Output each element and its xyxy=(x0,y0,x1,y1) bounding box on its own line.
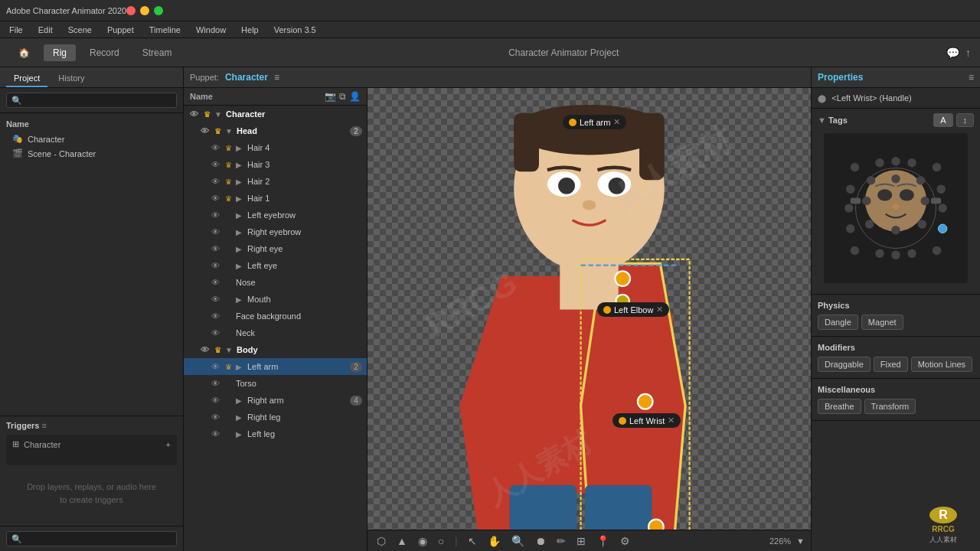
chat-icon[interactable]: 💬 xyxy=(946,47,959,59)
layer-badge: 4 xyxy=(350,396,362,406)
layer-character[interactable]: 👁 ♛ ▼ Character xyxy=(184,106,367,122)
crown-placeholder: ♛ xyxy=(223,228,234,236)
settings-tool[interactable]: ⚙ xyxy=(617,533,633,549)
eye-icon: 👁 xyxy=(210,278,220,287)
layer-name: Body xyxy=(237,345,362,354)
tab-record[interactable]: Record xyxy=(80,44,129,61)
svg-point-44 xyxy=(937,184,946,193)
crown-placeholder: ♛ xyxy=(223,413,234,422)
crown-icon: ♛ xyxy=(223,178,234,186)
left-search-container xyxy=(0,88,183,113)
layer-name: Right arm xyxy=(247,396,348,405)
layer-neck[interactable]: 👁 ♛ Neck xyxy=(184,324,367,341)
mesh-tool[interactable]: ⊞ xyxy=(573,533,589,549)
close-label-icon[interactable]: ✕ xyxy=(656,305,663,315)
magnet-button[interactable]: Magnet xyxy=(861,315,903,330)
close-label-icon[interactable]: ✕ xyxy=(613,117,620,127)
close-label-icon[interactable]: ✕ xyxy=(668,416,675,425)
puppet-menu-icon[interactable]: ≡ xyxy=(274,72,279,83)
breathe-button[interactable]: Breathe xyxy=(818,399,861,414)
titlebar: Adobe Character Animator 2020 xyxy=(0,0,980,21)
circle-tool[interactable]: ○ xyxy=(435,533,447,549)
layer-name: Left eyebrow xyxy=(247,210,362,220)
tab-home[interactable]: 🏠 xyxy=(9,44,39,61)
tree-item-scene[interactable]: 🎬 Scene - Character xyxy=(0,146,183,161)
camera-icon[interactable]: 📷 xyxy=(325,91,336,102)
layer-mouth[interactable]: 👁 ♛ ▶ Mouth xyxy=(184,291,367,308)
menu-help[interactable]: Help xyxy=(238,24,262,36)
layer-left-eye[interactable]: 👁 ♛ ▶ Left eye xyxy=(184,257,367,274)
hand-tool[interactable]: ✋ xyxy=(485,533,504,549)
move-tool[interactable]: ⬡ xyxy=(374,533,389,549)
layer-right-eye[interactable]: 👁 ♛ ▶ Right eye xyxy=(184,240,367,257)
person-icon[interactable]: 👤 xyxy=(349,91,361,102)
record-tool[interactable]: ⏺ xyxy=(532,533,549,549)
character-svg: RRCG 人人素材 人人素材 xyxy=(368,88,811,530)
tab-rig[interactable]: Rig xyxy=(44,44,76,61)
properties-menu-icon[interactable]: ≡ xyxy=(969,72,974,83)
motion-lines-button[interactable]: Motion Lines xyxy=(911,357,972,372)
svg-point-40 xyxy=(846,184,854,193)
menu-file[interactable]: File xyxy=(6,24,26,36)
layer-left-eyebrow[interactable]: 👁 ♛ ▶ Left eyebrow xyxy=(184,207,367,223)
up-tool[interactable]: ▲ xyxy=(394,533,410,549)
layer-head[interactable]: 👁 ♛ ▼ Head 2 xyxy=(184,122,367,139)
pin-tool[interactable]: 📍 xyxy=(593,533,612,549)
fixed-button[interactable]: Fixed xyxy=(874,357,908,372)
layer-left-leg[interactable]: 👁 ♛ ▶ Left leg xyxy=(184,425,367,442)
tag-btn-sort[interactable]: ↕ xyxy=(956,113,975,127)
layer-header-icons: 📷 ⧉ 👤 xyxy=(325,91,361,102)
zoom-tool[interactable]: 🔍 xyxy=(508,533,528,549)
tree-item-character[interactable]: 🎭 Character xyxy=(0,132,183,146)
layer-name: Hair 4 xyxy=(247,143,362,152)
layer-body[interactable]: 👁 ♛ ▼ Body xyxy=(184,341,367,358)
minimize-button[interactable] xyxy=(126,6,136,15)
share-icon[interactable]: ↑ xyxy=(965,47,971,59)
left-search-input[interactable] xyxy=(6,93,177,108)
layer-torso[interactable]: 👁 ♛ Torso xyxy=(184,375,367,392)
maximize-button[interactable] xyxy=(140,6,149,15)
close-button[interactable] xyxy=(154,6,163,15)
triggers-section: Triggers ≡ ⊞ Character + Drop layers, re… xyxy=(0,416,183,526)
layer-nose[interactable]: 👁 ♛ Nose xyxy=(184,274,367,291)
expand-icon: ▼ xyxy=(225,346,234,354)
layer-right-eyebrow[interactable]: 👁 ♛ ▶ Right eyebrow xyxy=(184,223,367,240)
menu-puppet[interactable]: Puppet xyxy=(104,24,137,36)
add-trigger-button[interactable]: + xyxy=(166,440,171,449)
eye-icon: 👁 xyxy=(210,295,220,304)
layers-icon[interactable]: ⧉ xyxy=(339,91,346,102)
face-control-svg xyxy=(830,139,962,277)
crown-placeholder: ♛ xyxy=(223,312,234,321)
cursor-tool[interactable]: ↖ xyxy=(465,533,480,549)
right-panel: Properties ≡ ⬤ <Left Wrist> (Handle) ▼ T… xyxy=(812,67,980,551)
layer-face-bg[interactable]: 👁 ♛ Face background xyxy=(184,308,367,324)
rrcg-text: RRCG xyxy=(932,525,954,533)
pen-tool[interactable]: ✏ xyxy=(554,533,569,549)
trigger-character[interactable]: ⊞ Character + xyxy=(9,438,174,451)
menu-edit[interactable]: Edit xyxy=(35,24,56,36)
left-search2-input[interactable] xyxy=(6,531,177,546)
tag-btn-a[interactable]: A xyxy=(933,113,952,127)
layer-right-leg[interactable]: 👁 ♛ ▶ Right leg xyxy=(184,409,367,425)
canvas-area[interactable]: RRCG 人人素材 人人素材 Left arm ✕ Left Elbow xyxy=(368,88,811,530)
crown-icon: ♛ xyxy=(223,161,234,169)
expand-icon: ▼ xyxy=(225,127,234,135)
transform-button[interactable]: Transform xyxy=(864,399,916,414)
menu-timeline[interactable]: Timeline xyxy=(146,24,184,36)
zoom-icon[interactable]: ▼ xyxy=(796,536,805,546)
select-tool[interactable]: ◉ xyxy=(415,533,430,549)
dangle-button[interactable]: Dangle xyxy=(818,315,858,330)
tab-stream[interactable]: Stream xyxy=(133,44,181,61)
menu-window[interactable]: Window xyxy=(193,24,229,36)
expand-icon: ▶ xyxy=(236,178,245,186)
layer-hair3[interactable]: 👁 ♛ ▶ Hair 3 xyxy=(184,156,367,173)
tab-history[interactable]: History xyxy=(51,70,92,87)
menu-scene[interactable]: Scene xyxy=(65,24,95,36)
draggable-button[interactable]: Draggable xyxy=(818,357,871,372)
layer-left-arm[interactable]: 👁 ♛ ▶ Left arm 2 xyxy=(184,358,367,375)
tab-project[interactable]: Project xyxy=(6,70,47,87)
layer-hair1[interactable]: 👁 ♛ ▶ Hair 1 xyxy=(184,190,367,207)
layer-hair2[interactable]: 👁 ♛ ▶ Hair 2 xyxy=(184,173,367,190)
layer-hair4[interactable]: 👁 ♛ ▶ Hair 4 xyxy=(184,139,367,156)
layer-right-arm[interactable]: 👁 ♛ ▶ Right arm 4 xyxy=(184,392,367,409)
